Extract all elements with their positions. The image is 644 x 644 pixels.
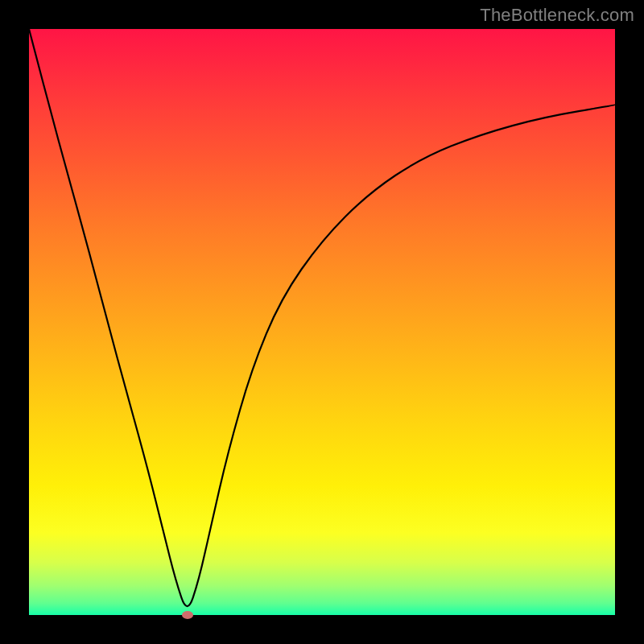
curve-path (29, 29, 615, 606)
chart-frame: TheBottleneck.com (0, 0, 644, 644)
plot-area (29, 29, 615, 615)
bottleneck-curve (29, 29, 615, 615)
watermark-text: TheBottleneck.com (480, 5, 634, 26)
balanced-point-marker (182, 611, 193, 619)
